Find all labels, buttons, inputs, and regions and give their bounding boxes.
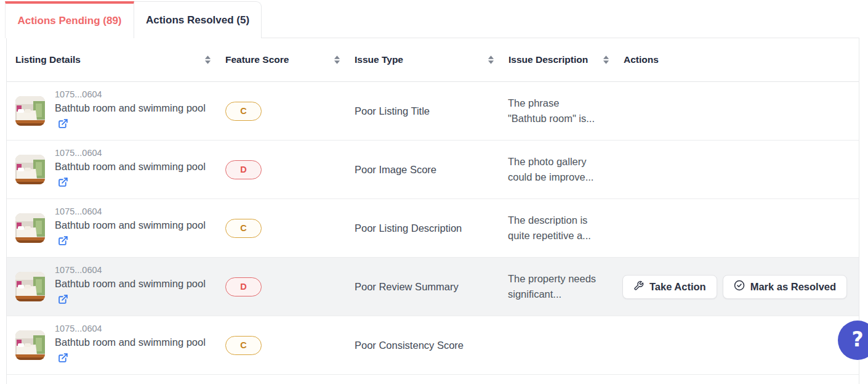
take-action-label: Take Action [649, 281, 706, 293]
listing-title: Bathtub room and swimming pool [55, 335, 206, 367]
sort-icon[interactable] [487, 55, 495, 65]
tab-actions-resolved-label: Actions Resolved (5) [146, 14, 249, 27]
external-link-icon[interactable] [58, 352, 68, 367]
sort-icon[interactable] [602, 55, 610, 65]
actions-cell: Take Action Mark as Resolved [617, 275, 859, 299]
listing-title: Bathtub room and swimming pool [55, 100, 206, 133]
column-header-listing-details: Listing Details [7, 54, 219, 65]
issue-type-cell: Poor Review Summary [348, 281, 502, 293]
external-link-icon[interactable] [58, 118, 68, 133]
column-label: Feature Score [225, 54, 289, 65]
listing-thumbnail [15, 272, 45, 301]
table-header-row: Listing Details Feature Score Issue Type [7, 38, 859, 82]
tab-actions-pending[interactable]: Actions Pending (89) [5, 1, 134, 38]
issue-type-cell: Poor Listing Title [348, 105, 502, 117]
table-row[interactable]: 1075...0604 Bathtub room and swimming po… [7, 141, 859, 199]
score-badge: C [225, 102, 262, 121]
mark-as-resolved-button[interactable]: Mark as Resolved [723, 275, 847, 299]
check-circle-icon [734, 280, 745, 293]
score-badge: C [225, 219, 262, 238]
table-row[interactable]: 1075...0604 Bathtub room and swimming po… [7, 199, 859, 258]
issue-description-cell: The property needs significant... [502, 271, 617, 302]
column-header-feature-score: Feature Score [219, 54, 348, 65]
table-row[interactable]: 1075...0604 Bathtub room and swimming po… [7, 316, 859, 375]
column-label: Actions [624, 54, 659, 65]
issue-description-cell: The description is quite repetitive a... [502, 213, 617, 243]
issue-description-cell: The photo gallery could be improve... [502, 154, 617, 185]
listing-title: Bathtub room and swimming pool [55, 218, 206, 250]
take-action-button[interactable]: Take Action [622, 275, 717, 299]
external-link-icon[interactable] [58, 293, 68, 309]
listing-id: 1075...0604 [55, 148, 206, 158]
listing-text: 1075...0604 Bathtub room and swimming po… [55, 89, 206, 133]
feature-score-cell: C [219, 102, 348, 121]
listing-id: 1075...0604 [55, 324, 206, 333]
listing-id: 1075...0604 [55, 206, 206, 216]
listing-text: 1075...0604 Bathtub room and swimming po… [55, 148, 206, 192]
tab-bar: Actions Pending (89) Actions Resolved (5… [0, 1, 868, 38]
listing-thumbnail [15, 155, 45, 184]
listing-details-cell: 1075...0604 Bathtub room and swimming po… [7, 148, 219, 192]
score-badge: D [225, 160, 262, 179]
column-header-issue-type: Issue Type [348, 54, 502, 65]
sort-icon[interactable] [204, 55, 212, 65]
table-row[interactable]: 1075...0604 Bathtub room and swimming po… [7, 258, 859, 316]
listing-text: 1075...0604 Bathtub room and swimming po… [55, 324, 206, 367]
issue-type-cell: Poor Consistency Score [348, 340, 502, 351]
column-label: Listing Details [15, 54, 81, 65]
feature-score-cell: D [219, 277, 348, 296]
issue-type-cell: Poor Listing Description [348, 223, 502, 234]
feature-score-cell: C [219, 336, 348, 355]
listing-text: 1075...0604 Bathtub room and swimming po… [55, 206, 206, 250]
column-header-issue-description: Issue Description [502, 54, 617, 65]
column-label: Issue Description [508, 54, 588, 65]
listing-thumbnail [15, 330, 45, 360]
tab-actions-resolved[interactable]: Actions Resolved (5) [134, 1, 262, 38]
feature-score-cell: C [219, 219, 348, 238]
external-link-icon[interactable] [58, 235, 68, 250]
listing-thumbnail [15, 96, 45, 126]
tab-actions-pending-label: Actions Pending (89) [17, 15, 121, 27]
actions-table: Listing Details Feature Score Issue Type [6, 38, 859, 384]
listing-text: 1075...0604 Bathtub room and swimming po… [55, 265, 206, 309]
issue-type-cell: Poor Image Score [348, 164, 502, 176]
feature-score-cell: D [219, 160, 348, 179]
score-badge: C [225, 336, 262, 355]
table-row-partial [7, 375, 859, 384]
wrench-icon [633, 280, 644, 293]
score-badge: D [225, 277, 262, 296]
listing-id: 1075...0604 [55, 265, 206, 275]
sort-icon[interactable] [333, 55, 341, 65]
page: Actions Pending (89) Actions Resolved (5… [0, 1, 868, 384]
listing-id: 1075...0604 [55, 89, 206, 99]
listing-title: Bathtub room and swimming pool [55, 276, 206, 309]
column-header-actions: Actions [617, 54, 859, 65]
external-link-icon[interactable] [58, 176, 68, 192]
mark-as-resolved-label: Mark as Resolved [750, 281, 836, 293]
listing-details-cell: 1075...0604 Bathtub room and swimming po… [7, 89, 219, 133]
column-label: Issue Type [355, 54, 403, 65]
listing-details-cell: 1075...0604 Bathtub room and swimming po… [7, 324, 219, 367]
issue-description-cell: The phrase "Bathtub room" is... [502, 96, 617, 126]
listing-title: Bathtub room and swimming pool [55, 159, 206, 192]
question-mark-icon: ? [851, 327, 863, 351]
table-row[interactable]: 1075...0604 Bathtub room and swimming po… [7, 82, 859, 141]
listing-thumbnail [15, 213, 45, 243]
listing-details-cell: 1075...0604 Bathtub room and swimming po… [7, 265, 219, 309]
listing-details-cell: 1075...0604 Bathtub room and swimming po… [7, 206, 219, 250]
